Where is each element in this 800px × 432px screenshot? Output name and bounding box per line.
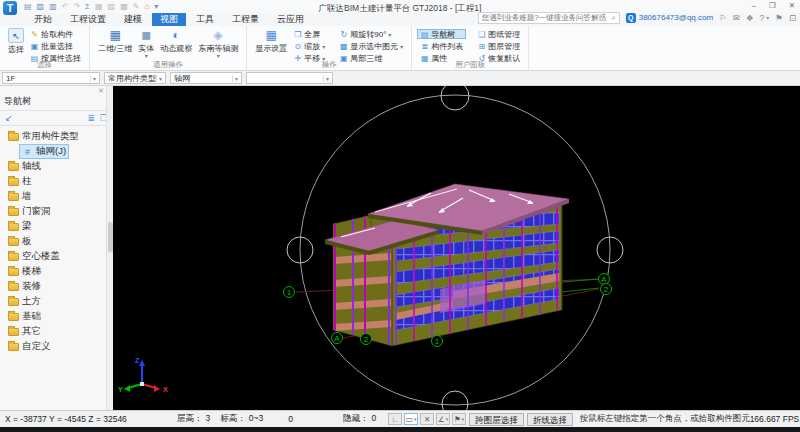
display-settings-icon: ▦ xyxy=(264,28,279,42)
new-icon[interactable]: ▤ xyxy=(24,2,32,11)
view-grid2-icon[interactable]: ▧ xyxy=(108,2,116,11)
tab-modeling[interactable]: 建模 xyxy=(116,13,150,26)
tree-item-finishes[interactable]: 装修 xyxy=(0,279,113,294)
account-chip[interactable]: Q 380676473@qq.com xyxy=(626,13,713,23)
cross-layer-select-button[interactable]: 跨图层选择 xyxy=(469,413,524,426)
redo-icon[interactable]: ↷ xyxy=(73,2,80,11)
search-input[interactable] xyxy=(482,13,612,22)
layer-manager-button[interactable]: ⊞ 图层管理 xyxy=(474,41,523,51)
tree-item-columns[interactable]: 柱 xyxy=(0,174,113,189)
rect-select-icon[interactable]: ▭▾ xyxy=(404,413,418,425)
minimize-button[interactable]: – xyxy=(752,1,756,10)
help-icon[interactable]: ? xyxy=(760,13,765,23)
tree-item-axis-grid[interactable]: #轴网(J) xyxy=(0,144,113,159)
sidebar-scrollbar[interactable] xyxy=(106,86,113,410)
fullscreen-label: 全屏 xyxy=(304,29,320,40)
open-icon[interactable]: ▨ xyxy=(37,2,45,11)
zoom-button[interactable]: ⊙ 缩放 ▾ xyxy=(290,41,328,51)
command-hint: 按鼠标左键指定第一个角点，或拾取构件图元 xyxy=(580,413,750,425)
close-button[interactable]: ✕ xyxy=(789,1,795,10)
panel-close-icon[interactable]: ✕ xyxy=(98,87,104,95)
tree-item-common-types[interactable]: 常用构件类型 xyxy=(0,129,113,144)
more-icon[interactable]: ▾ xyxy=(154,2,158,11)
header-right-area: ⌕ Q 380676473@qq.com ⚐ ✉ ❖ ? ▾ ⚑ ⊡ xyxy=(478,11,796,24)
floor-height-field: 层高： 3 xyxy=(177,413,210,425)
batch-select-button[interactable]: ▣ 批量选择 xyxy=(27,41,84,51)
store-icon[interactable]: ⚑ xyxy=(775,13,783,23)
tree-item-axis-lines[interactable]: 轴线 xyxy=(0,159,113,174)
sum-icon[interactable]: Σ xyxy=(85,2,90,11)
tree-item-foundation[interactable]: 基础 xyxy=(0,309,113,324)
pin-panel-icon[interactable]: ↙ xyxy=(5,113,13,123)
solid-button[interactable]: ◼ 实体 ▾ xyxy=(138,28,154,60)
display-settings-button[interactable]: ▦ 显示设置 xyxy=(255,28,287,60)
tree-item-custom[interactable]: 自定义 xyxy=(0,339,113,354)
window-title: 广联达BIM土建计量平台 GTJ2018 - [工程1] xyxy=(319,3,482,15)
cross-snap-icon[interactable]: ✕ xyxy=(420,413,434,425)
drawing-manager-button[interactable]: ❏ 图纸管理 xyxy=(474,29,523,39)
list-view-icon[interactable]: ≣ xyxy=(87,113,95,123)
ucs-icon[interactable]: ∟ xyxy=(388,413,402,425)
tree-item-slabs[interactable]: 板 xyxy=(0,234,113,249)
tab-cloud-apps[interactable]: 云应用 xyxy=(269,13,312,26)
zoom-label: 缩放 xyxy=(304,41,320,52)
folder-icon xyxy=(8,133,19,141)
orbit-button[interactable]: ◐ 动态观察 xyxy=(160,28,192,60)
pick-element-button[interactable]: ✎ 拾取构件 xyxy=(27,29,84,39)
show-selected-button[interactable]: ▩ 显示选中图元 ▾ xyxy=(336,41,406,51)
save-icon[interactable]: ▥ xyxy=(49,2,57,11)
tree-item-others[interactable]: 其它 xyxy=(0,324,113,339)
angle-snap-icon[interactable]: ∠▾ xyxy=(436,413,450,425)
undo-icon[interactable]: ↶ xyxy=(62,2,69,11)
help-search-box[interactable]: ⌕ xyxy=(478,12,620,24)
tree-item-earthwork[interactable]: 土方 xyxy=(0,294,113,309)
3d-viewport[interactable]: 1 A 2 1 A 2 Z xyxy=(113,86,800,410)
tree-item-label: 轴网(J) xyxy=(36,145,66,158)
tab-project-settings[interactable]: 工程设置 xyxy=(62,13,114,26)
panel-toolbar: ↙ ≣ ❐ xyxy=(0,111,113,126)
draw-icon[interactable]: ✎ xyxy=(133,2,140,11)
navigation-tree-button[interactable]: ▤ 导航树 xyxy=(417,29,466,39)
window-controls: – ❐ ✕ xyxy=(752,1,795,10)
building-model[interactable] xyxy=(325,184,569,346)
element-type-dropdown[interactable]: 轴网 ▾ xyxy=(170,72,242,84)
message-icon[interactable]: ✉ xyxy=(733,13,740,23)
tree-item-openings[interactable]: 门窗洞 xyxy=(0,204,113,219)
se-isometric-button[interactable]: ◈ 东南等轴测 ▾ xyxy=(198,28,238,60)
tab-start[interactable]: 开始 xyxy=(26,13,60,26)
marker-icon[interactable]: ⚑▾ xyxy=(452,413,466,425)
tree-item-walls[interactable]: 墙 xyxy=(0,189,113,204)
tab-view[interactable]: 视图 xyxy=(152,13,186,26)
element-list-button[interactable]: ≣ 构件列表 xyxy=(417,41,466,51)
tree-item-stairs[interactable]: 楼梯 xyxy=(0,264,113,279)
gift-icon[interactable]: ❖ xyxy=(746,13,754,23)
tab-quantities[interactable]: 工程量 xyxy=(224,13,267,26)
theme-icon[interactable]: ⊡ xyxy=(789,13,796,23)
category-dropdown[interactable]: 常用构件类型 ▾ xyxy=(104,72,166,84)
search-icon[interactable]: ⌕ xyxy=(611,13,615,23)
polyline-select-button[interactable]: 折线选择 xyxy=(527,413,573,426)
show-selected-icon: ▩ xyxy=(339,42,348,51)
tree-item-label: 墙 xyxy=(22,190,32,203)
element-list-icon: ≣ xyxy=(420,42,429,51)
batch-select-icon: ▣ xyxy=(30,42,39,51)
home-icon[interactable]: ⌂ xyxy=(144,2,149,11)
view-2d3d-button[interactable]: ▦ 二维/三维 xyxy=(98,28,132,60)
show-selected-label: 显示选中图元 xyxy=(350,41,398,52)
tab-tools[interactable]: 工具 xyxy=(188,13,222,26)
notification-icon[interactable]: ⚐ xyxy=(719,13,727,23)
element-name-dropdown[interactable]: ▾ xyxy=(246,72,333,84)
3d-viewport-canvas[interactable]: 1 A 2 1 A 2 Z xyxy=(113,86,800,410)
fullscreen-button[interactable]: ❒ 全屏 xyxy=(290,29,328,39)
view-grid1-icon[interactable]: ▦ xyxy=(95,2,103,11)
select-button[interactable]: ↖ 选择 xyxy=(8,28,24,60)
restore-button[interactable]: ❐ xyxy=(769,1,776,10)
rotate-90-button[interactable]: ↻ 顺旋转90° ▾ xyxy=(336,29,406,39)
app-logo[interactable]: T xyxy=(3,1,17,15)
view-grid3-icon[interactable]: ▩ xyxy=(120,2,128,11)
account-email: 380676473@qq.com xyxy=(639,13,713,22)
tree-item-beams[interactable]: 梁 xyxy=(0,219,113,234)
floor-dropdown[interactable]: 1F ▾ xyxy=(2,72,100,84)
tree-item-hollow-floor[interactable]: 空心楼盖 xyxy=(0,249,113,264)
ribbon-group-operate: ▦ 显示设置 ❒ 全屏 ↻ 顺旋转90° ▾ ⊙ 缩放 ▾ ▩ 显示选中图元 ▾ xyxy=(247,26,412,70)
